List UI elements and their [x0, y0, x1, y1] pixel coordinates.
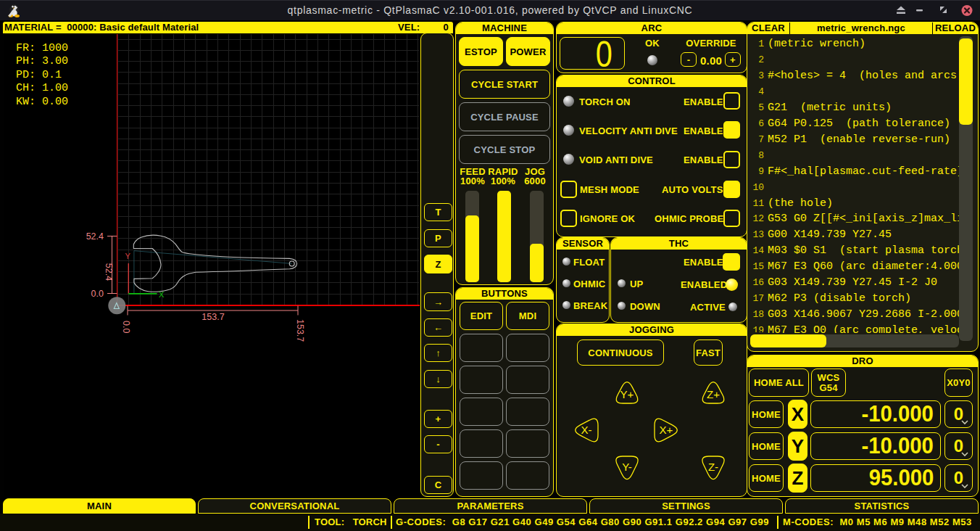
svg-text:0.0: 0.0	[91, 289, 104, 299]
svg-text:0.0: 0.0	[121, 321, 131, 333]
svg-text:153.7: 153.7	[295, 319, 305, 342]
svg-text:X-: X-	[581, 424, 592, 436]
svg-text:Y+: Y+	[620, 388, 634, 400]
svg-text:X+: X+	[660, 424, 673, 436]
svg-text:52.4: 52.4	[86, 231, 104, 242]
svg-text:153.7: 153.7	[202, 312, 224, 322]
svg-text:Z+: Z+	[707, 388, 720, 400]
svg-text:Y: Y	[125, 252, 131, 260]
svg-text:Z-: Z-	[708, 461, 718, 473]
svg-text:Y-: Y-	[622, 461, 632, 473]
svg-text:52.4: 52.4	[104, 263, 114, 281]
svg-text:X: X	[159, 290, 165, 299]
